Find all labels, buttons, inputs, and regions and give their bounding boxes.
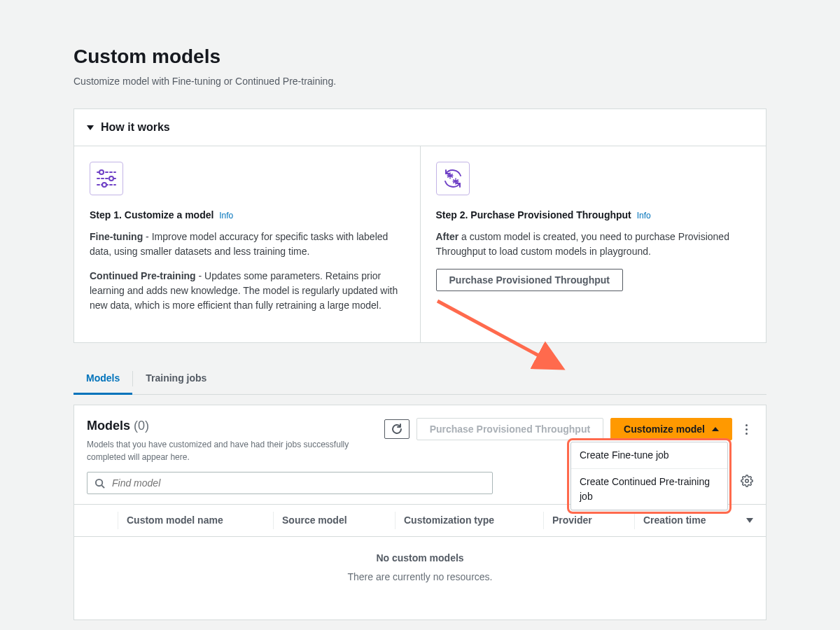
step-1-paragraph-1: Fine-tuning - Improve model accuracy for… xyxy=(90,230,405,259)
svg-point-7 xyxy=(454,181,456,182)
refresh-icon xyxy=(391,424,402,435)
sliders-icon xyxy=(90,162,123,195)
models-panel: Models (0) Models that you have customiz… xyxy=(74,405,766,620)
p2-lead: Continued Pre-training xyxy=(90,270,196,281)
step-1-title: Step 1. Customize a model Info xyxy=(90,208,405,223)
models-title-text: Models xyxy=(87,419,130,433)
menu-item-create-finetune-job[interactable]: Create Fine-tune job xyxy=(571,442,727,468)
gear-icon xyxy=(741,475,753,487)
s2p1-lead: After xyxy=(436,231,459,242)
svg-point-1 xyxy=(99,170,104,174)
refresh-button[interactable] xyxy=(384,419,410,439)
step-1-column: Step 1. Customize a model Info Fine-tuni… xyxy=(74,146,420,342)
svg-point-6 xyxy=(449,175,450,176)
caret-down-icon xyxy=(87,125,94,130)
column-customization-type[interactable]: Customization type xyxy=(395,512,543,529)
sort-descending-icon xyxy=(746,518,753,523)
step-2-info-link[interactable]: Info xyxy=(637,211,651,220)
table-settings-button[interactable] xyxy=(741,475,753,491)
step-2-title-text: Step 2. Purchase Provisioned Throughput xyxy=(436,209,631,220)
search-icon xyxy=(94,478,105,489)
svg-point-5 xyxy=(102,183,106,187)
search-field[interactable] xyxy=(87,472,493,494)
gears-cycle-icon xyxy=(436,162,470,195)
menu-item-create-continued-pretraining-job[interactable]: Create Continued Pre-training job xyxy=(571,468,727,510)
tabs: Models Training jobs xyxy=(74,363,766,395)
purchase-throughput-button[interactable]: Purchase Provisioned Throughput xyxy=(416,418,603,440)
p1-lead: Fine-tuning xyxy=(90,231,143,242)
empty-state: No custom models There are currently no … xyxy=(74,537,766,620)
customize-model-label: Customize model xyxy=(624,424,705,435)
step-2-paragraph: After a custom model is created, you nee… xyxy=(436,230,751,259)
how-it-works-toggle[interactable]: How it works xyxy=(74,109,766,146)
step-1-title-text: Step 1. Customize a model xyxy=(90,209,214,220)
step-1-paragraph-2: Continued Pre-training - Updates some pa… xyxy=(90,269,405,313)
more-actions-button[interactable] xyxy=(739,419,753,439)
step-2-title: Step 2. Purchase Provisioned Throughput … xyxy=(436,208,751,223)
how-it-works-heading: How it works xyxy=(101,119,170,136)
customize-model-menu: Create Fine-tune job Create Continued Pr… xyxy=(570,442,728,510)
column-custom-model-name[interactable]: Custom model name xyxy=(118,512,273,529)
how-it-works-panel: How it works Step 1. Customize a model xyxy=(74,108,766,343)
column-provider[interactable]: Provider xyxy=(543,512,634,529)
search-input[interactable] xyxy=(111,477,485,489)
s2p1-rest: a custom model is created, you need to p… xyxy=(436,231,729,257)
column-source-model[interactable]: Source model xyxy=(273,512,395,529)
empty-subtitle: There are currently no resources. xyxy=(74,570,766,584)
page-title: Custom models xyxy=(74,42,766,71)
column-creation-time-label: Creation time xyxy=(643,513,706,528)
models-description: Models that you have customized and have… xyxy=(87,438,374,463)
tab-training-jobs[interactable]: Training jobs xyxy=(133,363,219,394)
models-section-title: Models (0) xyxy=(87,416,374,435)
tab-models[interactable]: Models xyxy=(74,363,132,394)
empty-title: No custom models xyxy=(74,551,766,566)
svg-line-9 xyxy=(102,485,104,488)
svg-point-10 xyxy=(746,479,749,483)
customize-model-button[interactable]: Customize model xyxy=(610,418,732,440)
svg-point-3 xyxy=(109,176,113,181)
column-creation-time[interactable]: Creation time xyxy=(634,512,753,529)
purchase-throughput-button-step2[interactable]: Purchase Provisioned Throughput xyxy=(436,269,623,291)
step-1-info-link[interactable]: Info xyxy=(219,211,233,220)
caret-up-icon xyxy=(712,427,719,431)
svg-point-8 xyxy=(96,479,102,485)
models-count: (0) xyxy=(134,419,149,433)
page-subtitle: Customize model with Fine-tuning or Cont… xyxy=(74,74,766,89)
step-2-column: Step 2. Purchase Provisioned Throughput … xyxy=(420,146,766,342)
